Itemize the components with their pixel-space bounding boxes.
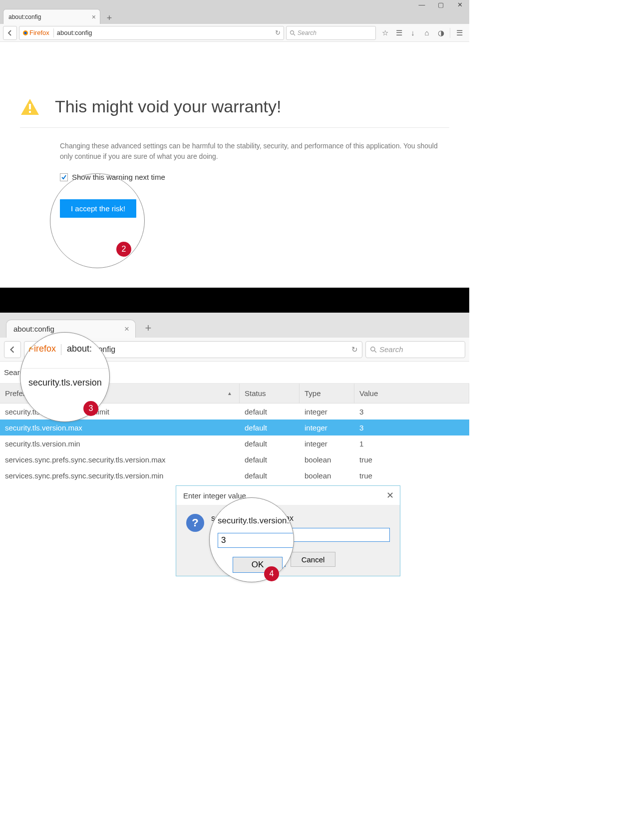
cell-name: security.tls.version.max [0,423,240,432]
divider-black [0,288,469,313]
cell-status: default [240,423,300,432]
question-icon: ? [186,514,204,532]
window-1: — ▢ ✕ about:config × + Firefox about:con… [0,0,469,288]
cell-status: default [240,455,300,464]
new-tab-button[interactable]: + [102,12,116,24]
mag-dialog-input: 3 [218,533,294,548]
dialog-title-bar: Enter integer value ✕ [176,486,400,505]
star-icon[interactable]: ☆ [380,28,390,37]
dialog-close-icon[interactable]: ✕ [386,490,394,501]
navigation-toolbar: Firefox about:config ↻ Search ☆ ☰ ↓ ⌂ ◑ … [0,24,469,42]
cancel-button[interactable]: Cancel [291,552,335,567]
col-status[interactable]: Status [240,384,300,403]
firefox-icon [22,30,28,36]
titlebar: — ▢ ✕ [0,0,469,9]
search-bar[interactable]: Search [286,26,376,40]
home-icon[interactable]: ⌂ [422,28,432,37]
warning-title: This might void your warranty! [55,97,282,116]
step-badge-2: 2 [116,242,131,257]
search-placeholder: Search [298,29,316,36]
separator [20,368,109,369]
warning-icon [20,98,40,116]
search-bar[interactable]: Search [365,341,465,358]
pocket-icon[interactable]: ◑ [436,28,446,37]
table-row[interactable]: services.sync.prefs.sync.security.tls.ve… [0,467,469,483]
cell-name: security.tls.version.min [0,439,240,448]
mag-about-label: about: [67,344,92,354]
checkbox-icon[interactable] [60,173,68,181]
tab-strip: about:config × + [0,9,469,24]
back-button[interactable] [3,26,17,40]
reload-icon[interactable]: ↻ [351,345,358,354]
download-icon[interactable]: ↓ [408,28,418,37]
svg-point-2 [291,30,294,34]
new-tab-button[interactable]: + [141,321,156,336]
svg-point-1 [24,31,27,34]
separator [61,344,61,355]
search-icon [290,30,296,36]
cell-type: integer [300,408,354,416]
dialog-title: Enter integer value [183,491,246,500]
sort-asc-icon: ▲ [227,391,232,396]
search-placeholder: Search [379,345,403,354]
svg-point-8 [371,347,375,351]
identity-box[interactable]: Firefox [22,29,49,36]
tab-title: about:config [8,13,41,20]
cell-name: services.sync.prefs.sync.security.tls.ve… [0,455,240,464]
mag-dialog-label: security.tls.version.max [218,516,286,526]
mag-firefox-label: Firefox [28,344,56,354]
maximize-button[interactable]: ▢ [431,0,450,9]
library-icon[interactable]: ☰ [394,28,404,37]
window-2: about:config × + Firefox about:config ↻ … [0,313,469,613]
url-bar[interactable]: Firefox about:config ↻ [19,26,284,40]
svg-line-9 [374,351,376,353]
tab-close-icon[interactable]: × [124,324,129,334]
window-controls: — ▢ ✕ [412,0,469,9]
cell-status: default [240,439,300,448]
cell-type: integer [300,439,354,448]
url-text: about:config [57,29,92,36]
cell-type: integer [300,423,354,432]
checkbox-label: Show this warning next time [72,173,165,181]
step-badge-4: 4 [264,566,279,581]
toolbar-icons: ☆ ☰ ↓ ⌂ ◑ ☰ [378,28,466,38]
warning-body: Changing these advanced settings can be … [60,141,439,162]
cell-value: 1 [354,439,469,448]
minimize-button[interactable]: — [412,0,431,9]
svg-line-3 [294,34,295,35]
table-row[interactable]: services.sync.prefs.sync.security.tls.ve… [0,451,469,467]
table-row[interactable]: security.tls.version.mindefaultinteger1 [0,435,469,451]
cell-value: true [354,455,469,464]
cell-value: 3 [354,423,469,432]
close-button[interactable]: ✕ [450,0,469,9]
col-type[interactable]: Type [300,384,354,403]
separator [53,28,54,37]
tab-close-icon[interactable]: × [92,13,96,21]
magnifier-ring-2 [50,173,145,268]
col-value[interactable]: Value [354,384,469,403]
cell-type: boolean [300,471,354,480]
back-button[interactable] [4,341,21,358]
cell-value: true [354,471,469,480]
step-badge-3: 3 [83,401,98,416]
cell-name: services.sync.prefs.sync.security.tls.ve… [0,471,240,480]
svg-rect-4 [29,104,31,109]
warning-header: This might void your warranty! [20,97,449,128]
table-row[interactable]: security.tls.version.maxdefaultinteger3 [0,420,469,435]
page-content: This might void your warranty! Changing … [0,42,469,288]
mag-search-value: security.tls.version [28,378,101,388]
cell-status: default [240,471,300,480]
tab-title: about:config [13,325,54,333]
reload-icon[interactable]: ↻ [275,29,281,36]
show-warning-checkbox-row[interactable]: Show this warning next time [60,173,449,181]
menu-icon[interactable]: ☰ [454,28,464,37]
svg-rect-5 [29,111,31,113]
accept-risk-button[interactable]: I accept the risk! [60,199,136,218]
search-icon [370,346,377,353]
cell-status: default [240,408,300,416]
magnifier-dialog: security.tls.version.max 3 OK [209,497,294,582]
cell-type: boolean [300,455,354,464]
cell-value: 3 [354,408,469,416]
active-tab[interactable]: about:config × [3,9,100,24]
separator [450,28,450,38]
